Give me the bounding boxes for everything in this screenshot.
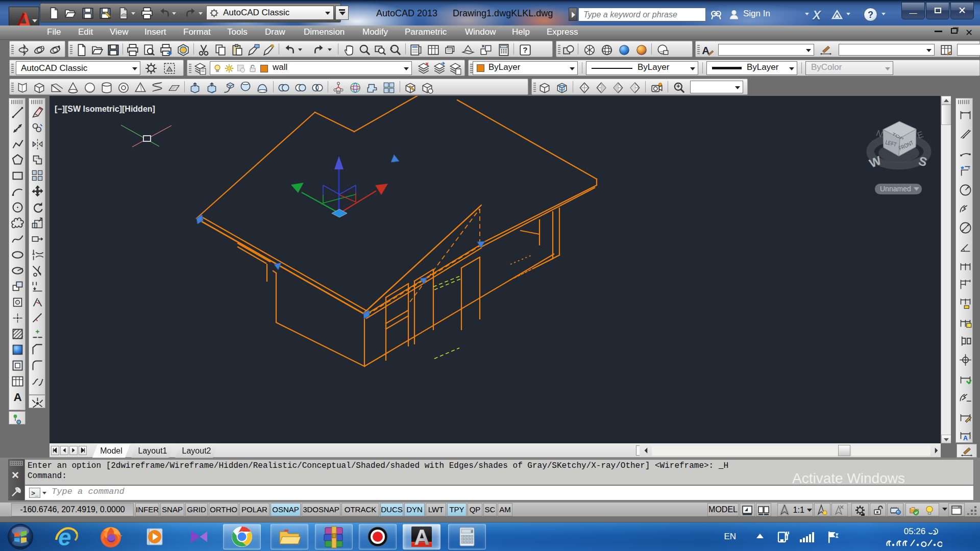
svg-text:Unnamed: Unnamed (880, 185, 911, 193)
svg-text:8: 8 (471, 529, 473, 534)
svg-text:S: S (917, 154, 929, 169)
